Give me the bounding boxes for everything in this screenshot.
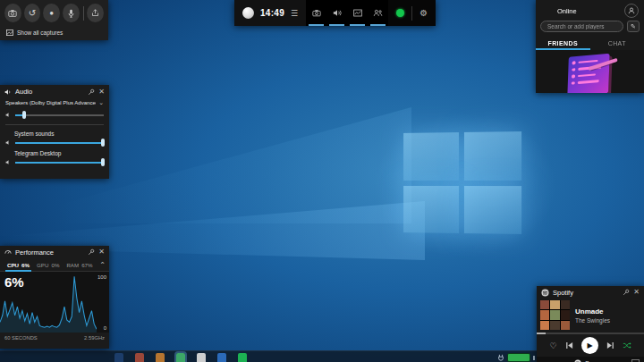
clock: 14:49 (260, 8, 284, 18)
performance-footer: 60 SECONDS 2.59GHz (0, 333, 109, 341)
master-volume-slider[interactable] (15, 111, 104, 120)
output-device-dropdown[interactable]: Speakers (Dolby Digital Plus Advanced A.… (0, 98, 109, 109)
axis-max-label: 100 (97, 274, 106, 280)
app-volume-label: System sounds (0, 129, 109, 137)
track-info: Unmade The Swingles (575, 300, 610, 331)
cpu-current-value: 6% (4, 274, 24, 290)
speaker-icon (5, 139, 12, 146)
close-icon[interactable]: ✕ (633, 289, 640, 296)
taskbar-app-1[interactable] (114, 353, 123, 362)
show-all-captures[interactable]: Show all captures (0, 26, 108, 38)
tab-cpu[interactable]: CPU6% (4, 258, 33, 271)
widget-menu-icon[interactable]: ☰ (291, 9, 298, 18)
battery-indicator[interactable] (497, 353, 535, 362)
record-dot-icon: ● (49, 9, 54, 17)
share-button[interactable] (87, 4, 104, 22)
windows-logo-pane (403, 132, 459, 181)
windows-logo-pane (464, 131, 521, 180)
taskbar-app-2[interactable] (135, 353, 144, 362)
cpu-frequency-label: 2.59GHz (84, 335, 105, 341)
performance-titlebar: Performance ✕ (0, 246, 109, 258)
player-search-input[interactable] (540, 21, 623, 32)
record-last-icon: ↺ (29, 8, 36, 18)
capture-widget-toggle[interactable] (306, 0, 326, 26)
track-artist: The Swingles (575, 317, 610, 324)
tab-gpu[interactable]: GPU0% (33, 258, 63, 271)
taskbar-app-5[interactable] (197, 353, 206, 362)
active-indicator (309, 24, 324, 26)
playback-progress-bar[interactable] (537, 333, 644, 334)
social-tabs: FRIENDS CHAT (536, 36, 644, 50)
capture-widget: ↺ ● Show all captures (0, 0, 108, 40)
album-art (540, 300, 570, 330)
output-device-name: Speakers (Dolby Digital Plus Advanced A.… (5, 100, 96, 105)
performance-title: Performance (15, 248, 54, 257)
xbox-social-widget: Online ✎ FRIENDS CHAT (536, 0, 644, 93)
social-search-row: ✎ (536, 19, 644, 34)
telegram-volume-slider[interactable] (15, 158, 104, 167)
xbox-logo-icon[interactable] (242, 7, 254, 19)
system-sounds-row (0, 137, 109, 148)
microphone-button[interactable] (63, 4, 80, 22)
game-bar-right: ⚙ (388, 0, 436, 26)
divider (411, 6, 412, 21)
taskbar-app-6[interactable] (217, 353, 226, 362)
spotify-widget: Spotify ✕ Unmade The Swingles ♡ ▶ (537, 286, 644, 362)
screenshot-button[interactable] (4, 4, 21, 22)
add-friend-button[interactable]: ✎ (627, 21, 640, 32)
game-bar-left: 14:49 ☰ (234, 0, 306, 26)
performance-icon (353, 9, 362, 17)
windows-logo-pane (464, 186, 521, 234)
next-button[interactable] (606, 341, 614, 349)
share-icon (91, 9, 99, 17)
close-icon[interactable]: ✕ (98, 248, 105, 256)
taskbar-app-7[interactable] (238, 353, 247, 362)
start-recording-button[interactable]: ● (43, 4, 60, 22)
battery-cell (507, 353, 530, 362)
speaker-icon (4, 88, 12, 96)
playback-controls: ♡ ▶ (537, 334, 644, 357)
mic-icon (67, 9, 75, 18)
show-all-captures-label: Show all captures (17, 29, 63, 36)
telegram-volume-row (0, 156, 109, 168)
spotify-logo-icon (541, 289, 549, 297)
previous-button[interactable] (565, 341, 573, 349)
time-window-label: 60 SECONDS (4, 335, 38, 341)
divider (83, 6, 84, 21)
spotify-titlebar: Spotify ✕ (537, 286, 644, 299)
tab-chat[interactable]: CHAT (590, 36, 644, 50)
settings-gear-icon[interactable]: ⚙ (419, 8, 428, 18)
taskbar-app-4[interactable] (176, 353, 185, 362)
profile-button[interactable] (624, 4, 639, 18)
online-status-icon[interactable] (396, 9, 404, 17)
active-indicator (350, 24, 365, 26)
close-icon[interactable]: ✕ (98, 88, 105, 96)
taskbar-icons (114, 353, 247, 362)
performance-tabs: CPU6% GPU0% RAM67% ⌃ (0, 258, 109, 272)
pin-icon[interactable] (623, 289, 630, 296)
play-button[interactable]: ▶ (581, 337, 598, 354)
collapse-chevron-icon[interactable]: ⌃ (99, 261, 106, 269)
online-status-label: Online (557, 7, 577, 15)
audio-widget-toggle[interactable] (326, 0, 347, 26)
system-sounds-slider[interactable] (15, 139, 104, 147)
shuffle-button[interactable] (623, 341, 631, 349)
pin-icon[interactable] (88, 248, 95, 256)
taskbar-app-3[interactable] (156, 353, 165, 362)
like-button[interactable]: ♡ (549, 341, 556, 350)
capture-buttons: ↺ ● (0, 0, 108, 26)
chevron-down-icon: ⌄ (98, 99, 104, 106)
spotify-title: Spotify (553, 289, 573, 297)
tab-ram[interactable]: RAM67% (63, 258, 96, 271)
edit-icon: ✎ (631, 23, 636, 30)
performance-widget-toggle[interactable] (347, 0, 368, 26)
game-bar: 14:49 ☰ (234, 0, 436, 26)
gauge-icon (4, 248, 12, 256)
record-last-button[interactable]: ↺ (24, 4, 41, 22)
speaker-icon (5, 159, 12, 165)
windows-logo-pane (403, 185, 459, 233)
people-icon (373, 9, 383, 17)
social-widget-toggle[interactable] (368, 0, 388, 26)
pin-icon[interactable] (88, 88, 95, 96)
battery-nub (533, 356, 535, 360)
